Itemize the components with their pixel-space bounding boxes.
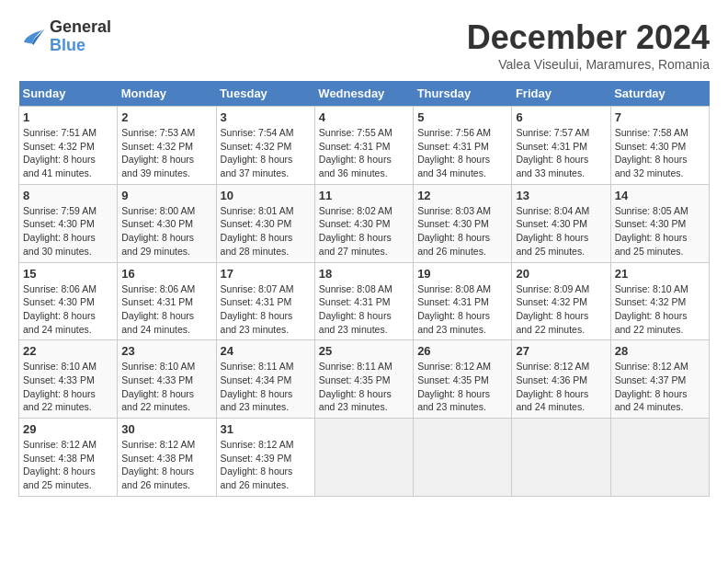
calendar-cell: 12Sunrise: 8:03 AMSunset: 4:30 PMDayligh… <box>414 184 512 262</box>
location: Valea Viseului, Maramures, Romania <box>467 57 710 72</box>
day-info: Sunrise: 8:00 AMSunset: 4:30 PMDaylight:… <box>121 204 211 259</box>
calendar-cell: 19Sunrise: 8:08 AMSunset: 4:31 PMDayligh… <box>414 262 512 340</box>
day-info: Sunrise: 8:10 AMSunset: 4:33 PMDaylight:… <box>23 360 113 414</box>
weekday-header-friday: Friday <box>512 81 610 107</box>
day-number: 21 <box>615 267 705 281</box>
day-number: 31 <box>221 422 311 436</box>
day-info: Sunrise: 8:10 AMSunset: 4:32 PMDaylight:… <box>615 282 705 337</box>
day-info: Sunrise: 7:58 AMSunset: 4:30 PMDaylight:… <box>615 126 705 180</box>
calendar-cell: 16Sunrise: 8:06 AMSunset: 4:31 PMDayligh… <box>118 262 216 340</box>
logo-text: General Blue <box>50 18 111 55</box>
calendar-week-1: 1Sunrise: 7:51 AMSunset: 4:32 PMDaylight… <box>19 107 710 185</box>
calendar-cell: 28Sunrise: 8:12 AMSunset: 4:37 PMDayligh… <box>610 340 709 419</box>
calendar-cell: 31Sunrise: 8:12 AMSunset: 4:39 PMDayligh… <box>216 419 314 497</box>
weekday-header-sunday: Sunday <box>19 81 118 107</box>
weekday-header-thursday: Thursday <box>414 81 512 107</box>
day-info: Sunrise: 7:56 AMSunset: 4:31 PMDaylight:… <box>417 126 507 180</box>
day-info: Sunrise: 8:05 AMSunset: 4:30 PMDaylight:… <box>615 204 705 259</box>
day-info: Sunrise: 7:53 AMSunset: 4:32 PMDaylight:… <box>121 126 211 180</box>
calendar-cell <box>314 419 413 497</box>
day-number: 14 <box>615 189 705 202</box>
day-number: 4 <box>319 110 409 124</box>
day-info: Sunrise: 8:06 AMSunset: 4:31 PMDaylight:… <box>121 282 211 337</box>
day-number: 16 <box>121 267 211 281</box>
day-info: Sunrise: 8:08 AMSunset: 4:31 PMDaylight:… <box>417 282 507 337</box>
day-info: Sunrise: 8:12 AMSunset: 4:35 PMDaylight:… <box>417 360 507 414</box>
day-number: 17 <box>221 267 311 281</box>
weekday-header-row: SundayMondayTuesdayWednesdayThursdayFrid… <box>19 81 710 107</box>
day-info: Sunrise: 8:04 AMSunset: 4:30 PMDaylight:… <box>516 204 606 259</box>
day-info: Sunrise: 8:10 AMSunset: 4:33 PMDaylight:… <box>121 360 211 414</box>
day-number: 7 <box>615 110 705 124</box>
calendar-cell <box>414 419 512 497</box>
calendar-cell: 7Sunrise: 7:58 AMSunset: 4:30 PMDaylight… <box>610 107 709 185</box>
day-info: Sunrise: 8:06 AMSunset: 4:30 PMDaylight:… <box>23 282 113 337</box>
logo-icon <box>18 23 46 51</box>
day-number: 28 <box>615 344 705 358</box>
day-number: 1 <box>23 110 113 124</box>
calendar-cell: 13Sunrise: 8:04 AMSunset: 4:30 PMDayligh… <box>512 184 610 262</box>
day-number: 10 <box>221 189 311 202</box>
calendar-cell: 18Sunrise: 8:08 AMSunset: 4:31 PMDayligh… <box>314 262 413 340</box>
calendar-cell: 22Sunrise: 8:10 AMSunset: 4:33 PMDayligh… <box>19 340 118 419</box>
calendar-cell: 24Sunrise: 8:11 AMSunset: 4:34 PMDayligh… <box>216 340 314 419</box>
calendar-cell: 26Sunrise: 8:12 AMSunset: 4:35 PMDayligh… <box>414 340 512 419</box>
calendar-cell: 29Sunrise: 8:12 AMSunset: 4:38 PMDayligh… <box>19 419 118 497</box>
calendar-cell: 3Sunrise: 7:54 AMSunset: 4:32 PMDaylight… <box>216 107 314 185</box>
calendar-cell: 25Sunrise: 8:11 AMSunset: 4:35 PMDayligh… <box>314 340 413 419</box>
day-info: Sunrise: 8:08 AMSunset: 4:31 PMDaylight:… <box>319 282 409 337</box>
calendar-week-2: 8Sunrise: 7:59 AMSunset: 4:30 PMDaylight… <box>19 184 710 262</box>
day-number: 19 <box>417 267 507 281</box>
calendar-cell: 2Sunrise: 7:53 AMSunset: 4:32 PMDaylight… <box>118 107 216 185</box>
calendar-cell: 14Sunrise: 8:05 AMSunset: 4:30 PMDayligh… <box>610 184 709 262</box>
day-number: 22 <box>23 344 113 358</box>
day-info: Sunrise: 8:12 AMSunset: 4:39 PMDaylight:… <box>221 438 311 492</box>
day-info: Sunrise: 7:55 AMSunset: 4:31 PMDaylight:… <box>319 126 409 180</box>
header: General Blue December 2024 Valea Viseulu… <box>18 18 710 72</box>
day-number: 30 <box>121 422 211 436</box>
day-info: Sunrise: 8:01 AMSunset: 4:30 PMDaylight:… <box>221 204 311 259</box>
day-info: Sunrise: 7:51 AMSunset: 4:32 PMDaylight:… <box>23 126 113 180</box>
day-number: 27 <box>516 344 606 358</box>
weekday-header-saturday: Saturday <box>610 81 709 107</box>
day-number: 18 <box>319 267 409 281</box>
day-info: Sunrise: 8:11 AMSunset: 4:35 PMDaylight:… <box>319 360 409 414</box>
month-title: December 2024 <box>467 18 710 57</box>
day-number: 26 <box>417 344 507 358</box>
day-number: 5 <box>417 110 507 124</box>
day-info: Sunrise: 8:07 AMSunset: 4:31 PMDaylight:… <box>221 282 311 337</box>
day-info: Sunrise: 8:02 AMSunset: 4:30 PMDaylight:… <box>319 204 409 259</box>
day-number: 3 <box>221 110 311 124</box>
title-area: December 2024 Valea Viseului, Maramures,… <box>467 18 710 72</box>
calendar-cell: 15Sunrise: 8:06 AMSunset: 4:30 PMDayligh… <box>19 262 118 340</box>
calendar-cell: 4Sunrise: 7:55 AMSunset: 4:31 PMDaylight… <box>314 107 413 185</box>
day-number: 23 <box>121 344 211 358</box>
calendar-cell <box>610 419 709 497</box>
weekday-header-tuesday: Tuesday <box>216 81 314 107</box>
day-number: 8 <box>23 189 113 202</box>
day-number: 12 <box>417 189 507 202</box>
calendar-cell: 10Sunrise: 8:01 AMSunset: 4:30 PMDayligh… <box>216 184 314 262</box>
calendar-week-3: 15Sunrise: 8:06 AMSunset: 4:30 PMDayligh… <box>19 262 710 340</box>
day-info: Sunrise: 8:11 AMSunset: 4:34 PMDaylight:… <box>221 360 311 414</box>
day-number: 29 <box>23 422 113 436</box>
day-info: Sunrise: 8:09 AMSunset: 4:32 PMDaylight:… <box>516 282 606 337</box>
calendar-cell <box>512 419 610 497</box>
day-info: Sunrise: 8:03 AMSunset: 4:30 PMDaylight:… <box>417 204 507 259</box>
day-info: Sunrise: 7:57 AMSunset: 4:31 PMDaylight:… <box>516 126 606 180</box>
day-number: 2 <box>121 110 211 124</box>
day-number: 13 <box>516 189 606 202</box>
calendar-cell: 23Sunrise: 8:10 AMSunset: 4:33 PMDayligh… <box>118 340 216 419</box>
calendar-cell: 20Sunrise: 8:09 AMSunset: 4:32 PMDayligh… <box>512 262 610 340</box>
calendar-cell: 27Sunrise: 8:12 AMSunset: 4:36 PMDayligh… <box>512 340 610 419</box>
day-info: Sunrise: 8:12 AMSunset: 4:36 PMDaylight:… <box>516 360 606 414</box>
day-info: Sunrise: 8:12 AMSunset: 4:37 PMDaylight:… <box>615 360 705 414</box>
calendar-cell: 8Sunrise: 7:59 AMSunset: 4:30 PMDaylight… <box>19 184 118 262</box>
calendar-cell: 21Sunrise: 8:10 AMSunset: 4:32 PMDayligh… <box>610 262 709 340</box>
calendar-table: SundayMondayTuesdayWednesdayThursdayFrid… <box>18 81 710 497</box>
calendar-cell: 5Sunrise: 7:56 AMSunset: 4:31 PMDaylight… <box>414 107 512 185</box>
weekday-header-monday: Monday <box>118 81 216 107</box>
calendar-cell: 6Sunrise: 7:57 AMSunset: 4:31 PMDaylight… <box>512 107 610 185</box>
day-number: 25 <box>319 344 409 358</box>
day-number: 11 <box>319 189 409 202</box>
